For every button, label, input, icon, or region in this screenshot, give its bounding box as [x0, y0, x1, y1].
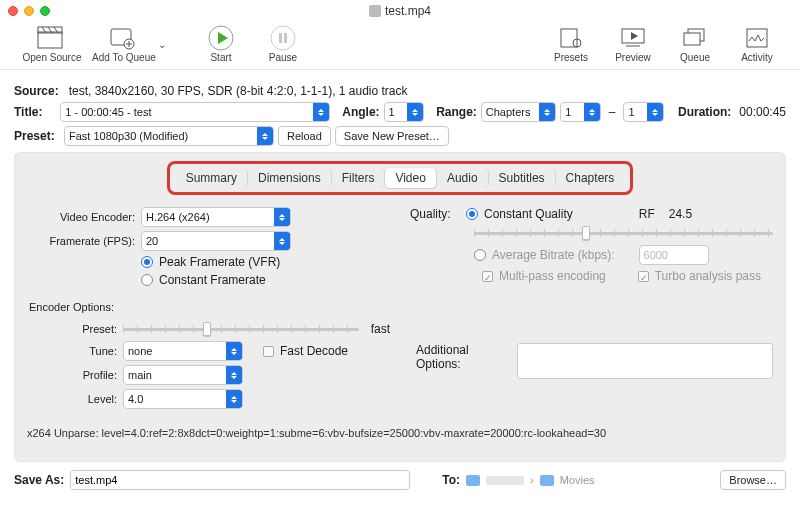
- eo-tune-value: none: [128, 345, 152, 357]
- range-from-select[interactable]: 1: [560, 102, 601, 122]
- activity-label: Activity: [741, 52, 773, 63]
- to-label: To:: [442, 473, 460, 487]
- title-value: 1 - 00:00:45 - test: [65, 106, 151, 118]
- queue-button[interactable]: Queue: [664, 26, 726, 63]
- save-as-label: Save As:: [14, 473, 64, 487]
- encoder-options-header: Encoder Options:: [29, 301, 773, 313]
- preset-value: Fast 1080p30 (Modified): [69, 130, 188, 142]
- document-icon: [369, 5, 381, 17]
- window-title-text: test.mp4: [385, 4, 431, 18]
- svg-rect-13: [284, 33, 287, 43]
- rf-slider[interactable]: [474, 225, 773, 241]
- preview-button[interactable]: Preview: [602, 26, 664, 63]
- activity-button[interactable]: Activity: [726, 26, 788, 63]
- presets-label: Presets: [554, 52, 588, 63]
- title-select[interactable]: 1 - 00:00:45 - test: [60, 102, 330, 122]
- open-source-button[interactable]: Open Source: [12, 26, 92, 63]
- pause-icon: [270, 25, 296, 51]
- svg-marker-10: [218, 32, 228, 44]
- constant-quality-radio[interactable]: [466, 208, 478, 220]
- multipass-label: Multi-pass encoding: [499, 269, 606, 283]
- range-to: 1: [628, 106, 634, 118]
- angle-value: 1: [389, 106, 395, 118]
- video-encoder-value: H.264 (x264): [146, 211, 210, 223]
- peak-framerate-radio[interactable]: [141, 256, 153, 268]
- constant-quality-label: Constant Quality: [484, 207, 573, 221]
- preset-select[interactable]: Fast 1080p30 (Modified): [64, 126, 274, 146]
- eo-level-value: 4.0: [128, 393, 143, 405]
- activity-icon: [745, 27, 769, 49]
- add-to-queue-button[interactable]: Add To Queue ⌄: [92, 26, 172, 63]
- tab-audio[interactable]: Audio: [437, 168, 489, 188]
- tab-summary[interactable]: Summary: [176, 168, 248, 188]
- fast-decode-checkbox[interactable]: [263, 346, 274, 357]
- folder-icon: [540, 475, 554, 486]
- peak-framerate-label: Peak Framerate (VFR): [159, 255, 280, 269]
- fps-select[interactable]: 20: [141, 231, 291, 251]
- presets-button[interactable]: Presets: [540, 26, 602, 63]
- preview-icon: [620, 27, 646, 49]
- folder-icon: [466, 475, 480, 486]
- eo-preset-slider[interactable]: [123, 321, 359, 337]
- tab-subtitles[interactable]: Subtitles: [489, 168, 556, 188]
- queue-label: Queue: [680, 52, 710, 63]
- fps-label: Framerate (FPS):: [27, 235, 135, 247]
- settings-panel: Summary Dimensions Filters Video Audio S…: [14, 152, 786, 462]
- queue-icon: [682, 27, 708, 49]
- tabs-highlight-box: Summary Dimensions Filters Video Audio S…: [167, 161, 634, 195]
- svg-rect-0: [38, 32, 62, 48]
- tab-chapters[interactable]: Chapters: [556, 168, 625, 188]
- tab-dimensions[interactable]: Dimensions: [248, 168, 332, 188]
- video-encoder-select[interactable]: H.264 (x264): [141, 207, 291, 227]
- preview-label: Preview: [615, 52, 651, 63]
- tab-video[interactable]: Video: [385, 168, 436, 188]
- range-value: Chapters: [486, 106, 531, 118]
- eo-level-label: Level:: [27, 393, 117, 405]
- eo-preset-value: fast: [371, 322, 390, 336]
- range-to-select[interactable]: 1: [623, 102, 664, 122]
- constant-framerate-radio[interactable]: [141, 274, 153, 286]
- browse-button[interactable]: Browse…: [720, 470, 786, 490]
- bitrate-input: [639, 245, 709, 265]
- start-button[interactable]: Start: [190, 26, 252, 63]
- eo-profile-value: main: [128, 369, 152, 381]
- tab-filters[interactable]: Filters: [332, 168, 386, 188]
- eo-preset-label: Preset:: [27, 323, 117, 335]
- window-title: test.mp4: [0, 4, 800, 18]
- range-from: 1: [565, 106, 571, 118]
- range-dash: –: [605, 105, 620, 119]
- path-segment-redacted: [486, 476, 524, 485]
- rf-label: RF: [639, 207, 655, 221]
- eo-level-select[interactable]: 4.0: [123, 389, 243, 409]
- quality-label: Quality:: [410, 207, 460, 221]
- chevron-down-icon[interactable]: ⌄: [158, 39, 166, 50]
- turbo-label: Turbo analysis pass: [655, 269, 761, 283]
- source-value: test, 3840x2160, 30 FPS, SDR (8-bit 4:2:…: [69, 84, 408, 98]
- svg-rect-12: [279, 33, 282, 43]
- open-source-label: Open Source: [23, 52, 82, 63]
- range-select[interactable]: Chapters: [481, 102, 556, 122]
- save-new-preset-button[interactable]: Save New Preset…: [335, 126, 449, 146]
- eo-profile-select[interactable]: main: [123, 365, 243, 385]
- avg-bitrate-radio[interactable]: [474, 249, 486, 261]
- constant-framerate-label: Constant Framerate: [159, 273, 266, 287]
- path-segment: Movies: [560, 474, 595, 486]
- svg-point-11: [271, 26, 295, 50]
- reload-button[interactable]: Reload: [278, 126, 331, 146]
- turbo-checkbox: [638, 271, 649, 282]
- angle-select[interactable]: 1: [384, 102, 425, 122]
- x264-unparse: x264 Unparse: level=4.0:ref=2:8x8dct=0:w…: [27, 427, 773, 439]
- multipass-checkbox: [482, 271, 493, 282]
- chevron-right-icon: ›: [530, 474, 534, 486]
- fps-value: 20: [146, 235, 158, 247]
- presets-icon: [559, 27, 583, 49]
- eo-tune-select[interactable]: none: [123, 341, 243, 361]
- svg-rect-20: [684, 33, 700, 45]
- destination-path[interactable]: › Movies: [466, 474, 595, 486]
- svg-rect-14: [561, 29, 577, 47]
- duration-value: 00:00:45: [739, 105, 786, 119]
- addl-options-textarea[interactable]: [517, 343, 773, 379]
- range-label: Range:: [436, 105, 477, 119]
- source-label: Source:: [14, 84, 59, 98]
- save-as-input[interactable]: [70, 470, 410, 490]
